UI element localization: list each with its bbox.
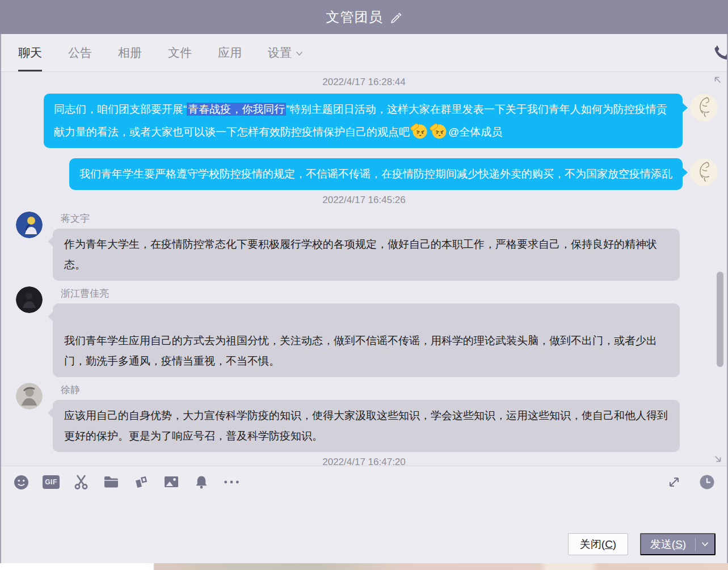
expand-window-icon[interactable] (666, 474, 683, 491)
tab-apps[interactable]: 应用 (218, 34, 242, 71)
group-chat-window: 聊天 公告 相册 文件 应用 设置 2022/4/17 16:28:44 同志们… (0, 34, 728, 563)
emoji-icon[interactable] (12, 474, 30, 491)
action-buttons-row: 关闭(C) 发送(S) (12, 533, 716, 555)
incoming-message-row: 徐静 应该用自己的自身优势，大力宣传科学防疫的知识，使得大家汲取这些知识，学会这… (1, 383, 727, 452)
member-name: 浙江曹佳亮 (61, 287, 109, 300)
timestamp: 2022/4/17 16:47:20 (1, 457, 727, 466)
outgoing-message-row: 同志们，咱们团支部要开展“青春战疫，你我同行”特别主题团日活动，这样大家在群里发… (1, 94, 727, 148)
close-button[interactable]: 关闭(C) (568, 533, 628, 555)
chat-scrollbar-thumb[interactable] (717, 272, 723, 367)
tab-files[interactable]: 文件 (168, 34, 192, 71)
desktop-background-strip (0, 563, 728, 570)
incoming-message-row: 浙江曹佳亮 我们青年学生应用自己的方式去为祖国分忧，关注动态，做到不信谣不传谣，… (1, 286, 727, 377)
more-ellipsis-icon[interactable] (223, 474, 240, 491)
send-image-icon[interactable] (163, 474, 180, 491)
member-name: 蒋文宇 (61, 212, 90, 225)
member-avatar[interactable] (16, 286, 43, 313)
jump-to-latest-icon[interactable] (713, 454, 722, 463)
titlebar: 文管团员 (0, 0, 728, 34)
timestamp: 2022/4/17 16:28:44 (1, 77, 727, 88)
self-avatar[interactable] (690, 94, 718, 121)
screenshot-scissors-icon[interactable] (73, 474, 90, 491)
send-button[interactable]: 发送(S) (640, 533, 716, 555)
tab-announcement[interactable]: 公告 (68, 34, 92, 71)
message-input[interactable] (12, 491, 716, 533)
shake-window-icon[interactable] (133, 474, 150, 491)
member-avatar[interactable] (16, 212, 43, 238)
outgoing-message-row: 我们青年学生要严格遵守学校防控疫情的规定，不信谣不传谣，在疫情防控期间减少快递外… (1, 158, 727, 190)
voice-call-phone-icon[interactable] (713, 43, 727, 64)
jump-to-previous-icon[interactable] (713, 75, 722, 85)
tab-album[interactable]: 相册 (118, 34, 142, 71)
chat-message-area: 2022/4/17 16:28:44 同志们，咱们团支部要开展“青春战疫，你我同… (1, 72, 727, 466)
mention-text: @全体成员 (448, 126, 502, 138)
send-options-chevron-icon[interactable] (696, 542, 714, 547)
compose-panel: GIF (1, 466, 727, 563)
gif-icon[interactable]: GIF (43, 474, 60, 491)
tab-chat[interactable]: 聊天 (18, 34, 42, 71)
member-name: 徐静 (61, 383, 80, 396)
salute-emoji-icon (410, 122, 428, 140)
group-title: 文管团员 (326, 8, 383, 26)
highlighted-text: 青春战疫，你我同行 (187, 103, 286, 116)
compose-toolbar: GIF (12, 474, 716, 491)
edit-title-pencil-icon[interactable] (390, 11, 402, 23)
member-avatar[interactable] (16, 383, 43, 409)
timestamp: 2022/4/17 16:45:26 (1, 195, 727, 206)
incoming-message-row: 蒋文宇 作为青年大学生，在疫情防控常态化下要积极履行学校的各项规定，做好自己的本… (1, 212, 727, 281)
incoming-message-bubble: 应该用自己的自身优势，大力宣传科学防疫的知识，使得大家汲取这些知识，学会这些知识… (53, 400, 680, 452)
self-avatar[interactable] (690, 158, 718, 186)
tab-bar: 聊天 公告 相册 文件 应用 设置 (1, 34, 727, 72)
outgoing-message-bubble: 同志们，咱们团支部要开展“青春战疫，你我同行”特别主题团日活动，这样大家在群里发… (44, 94, 683, 148)
message-history-clock-icon[interactable] (698, 474, 716, 491)
send-file-folder-icon[interactable] (103, 474, 120, 491)
outgoing-message-bubble: 我们青年学生要严格遵守学校防控疫情的规定，不信谣不传谣，在疫情防控期间减少快递外… (69, 158, 683, 190)
tab-settings[interactable]: 设置 (268, 34, 303, 71)
salute-emoji-icon (430, 122, 448, 140)
chevron-down-icon (296, 51, 303, 56)
incoming-message-bubble: 作为青年大学生，在疫情防控常态化下要积极履行学校的各项规定，做好自己的本职工作，… (53, 229, 680, 281)
notify-bell-icon[interactable] (193, 474, 210, 491)
incoming-message-bubble: 我们青年学生应用自己的方式去为祖国分忧，关注动态，做到不信谣不传谣，用科学的理论… (53, 303, 680, 377)
